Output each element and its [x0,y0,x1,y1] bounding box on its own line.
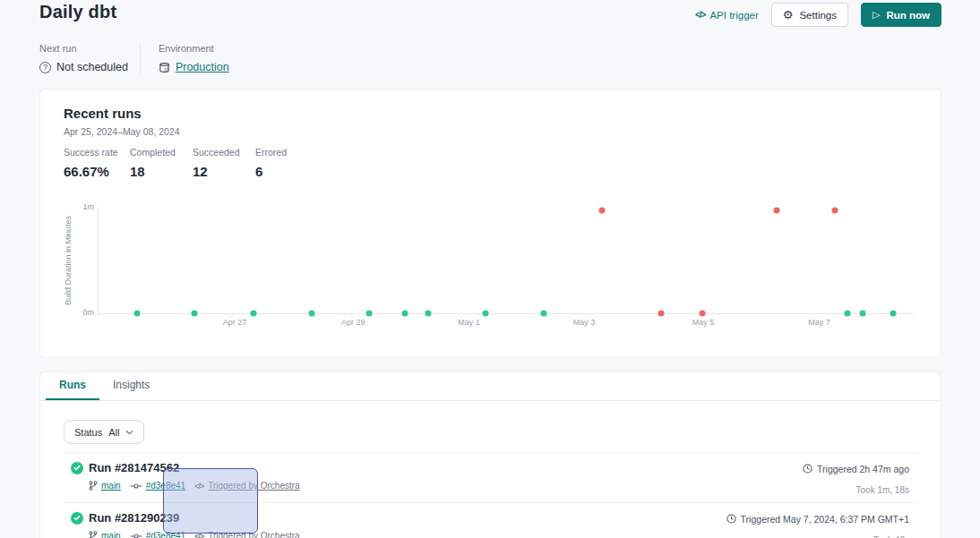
api-trigger-label: API trigger [709,10,758,21]
run-duration-chart: Build Duration in Minutes 1m 0m Apr 27Ap… [40,90,941,357]
run-now-button[interactable]: ▷ Run now [861,3,941,27]
git-branch-icon [89,481,98,491]
status-filter-value: All [108,427,119,438]
commit-link[interactable]: #d3e8e41 [130,481,186,491]
play-icon: ▷ [873,10,880,20]
run-now-label: Run now [886,10,930,21]
run-dot-succeeded[interactable] [890,311,897,317]
chevron-down-icon [125,430,133,435]
run-dot-succeeded[interactable] [482,311,488,317]
run-dot-succeeded[interactable] [192,311,198,317]
runs-card: Runs Insights Status All Run #281474562 [39,371,941,538]
recent-runs-card: Recent runs Apr 25, 2024–May 08, 2024 Su… [39,89,941,358]
run-dot-succeeded[interactable] [859,311,865,317]
run-dot-succeeded[interactable] [401,311,408,317]
run-dot-succeeded[interactable] [541,311,547,317]
settings-button[interactable]: ⚙ Settings [771,3,848,27]
x-axis-tick: Apr 27 [223,318,247,327]
status-filter-label: Status [74,427,102,438]
run-title: Run #281290239 [89,511,179,525]
page-title: Daily dbt [39,2,116,22]
commit-link[interactable]: #d3e8e41 [130,531,186,538]
api-trigger-link[interactable]: </> API trigger [695,10,759,21]
settings-label: Settings [799,10,837,21]
run-dot-succeeded[interactable] [133,311,140,317]
y-axis-tick-1m: 1m [73,202,94,211]
database-icon [159,62,170,73]
git-commit-icon [130,533,142,538]
run-title: Run #281474562 [89,461,179,474]
run-triggered-time: Triggered May 7, 2024, 6:37 PM GMT+1 [741,514,909,525]
environment-link[interactable]: Production [176,61,229,73]
tabs-bar: Runs Insights [40,372,941,401]
job-meta: Next run ? Not scheduled Environment [39,43,229,73]
run-dot-succeeded[interactable] [308,311,314,317]
run-row-2[interactable]: Run #281290239 main [64,502,918,538]
x-axis-tick: May 5 [692,318,715,327]
run-dot-succeeded[interactable] [251,311,257,317]
tab-runs[interactable]: Runs [46,372,99,400]
git-branch-icon [89,531,98,538]
clock-icon [803,464,812,474]
run-dot-errored[interactable] [599,207,606,213]
x-axis-tick: May 7 [808,318,830,327]
run-dot-errored[interactable] [658,311,664,317]
run-dot-succeeded[interactable] [426,311,432,317]
code-icon: </> [194,532,203,538]
x-axis-tick: May 3 [573,318,596,327]
run-dot-errored[interactable] [831,207,838,213]
run-dot-errored[interactable] [774,207,780,213]
status-filter[interactable]: Status All [64,420,144,444]
x-axis-tick: Apr 29 [341,318,365,327]
job-page: Daily dbt </> API trigger ⚙ Settings ▷ R… [0,0,980,538]
trigger-source-link[interactable]: </> Triggered by Orchestra [194,481,299,491]
run-dot-errored[interactable] [700,311,706,317]
code-icon: </> [194,482,203,491]
vertical-divider [140,43,141,73]
branch-link[interactable]: main [89,531,121,538]
branch-link[interactable]: main [89,481,121,491]
run-triggered-time: Triggered 2h 47m ago [817,464,909,474]
next-run-block: Next run ? Not scheduled [39,43,128,73]
run-row-1[interactable]: Run #281474562 main [64,452,918,502]
question-circle-icon: ? [39,62,51,73]
next-run-label: Next run [39,43,128,54]
run-duration: Took 1m, 18s [803,485,909,495]
git-commit-icon [130,482,142,490]
tab-insights[interactable]: Insights [99,372,163,400]
run-dot-succeeded[interactable] [845,311,851,317]
run-list: Run #281474562 main [64,452,918,538]
clock-icon [726,514,736,524]
run-dot-succeeded[interactable] [366,311,373,317]
success-check-icon [71,512,83,525]
header-actions: </> API trigger ⚙ Settings ▷ Run now [695,3,941,27]
gear-icon: ⚙ [783,9,794,21]
chart-plot: Apr 27Apr 29May 1May 3May 5May 7 [98,207,915,314]
code-icon: </> [695,10,705,20]
success-check-icon [71,462,83,474]
next-run-value: Not scheduled [56,61,128,73]
x-axis-tick: May 1 [458,318,480,327]
y-axis-tick-0m: 0m [73,308,94,317]
environment-label: Environment [159,43,229,54]
trigger-source-link[interactable]: </> Triggered by Orchestra [194,531,299,538]
y-axis-label: Build Duration in Minutes [64,216,73,305]
environment-block: Environment Production [159,43,229,73]
